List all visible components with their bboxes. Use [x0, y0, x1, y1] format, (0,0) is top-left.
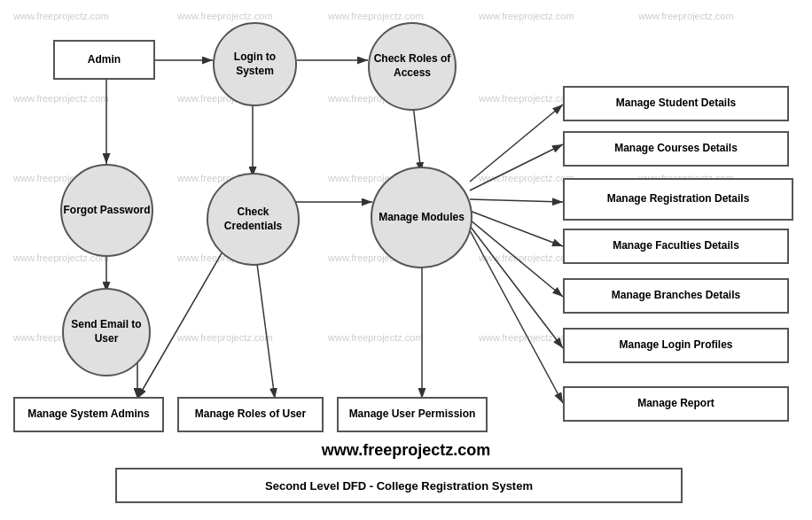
forgot-password-node: Forgot Password — [60, 164, 153, 257]
watermark-9: www.freeprojectz.com — [479, 93, 574, 104]
watermark-14: www.freeprojectz.com — [479, 173, 574, 183]
watermark-6: www.freeprojectz.com — [13, 93, 109, 104]
manage-login-label: Manage Login Profiles — [619, 338, 732, 353]
watermark-3: www.freeprojectz.com — [328, 11, 424, 21]
admin-node: Admin — [53, 40, 155, 80]
watermark-23: www.freeprojectz.com — [328, 332, 424, 343]
manage-branches-node: Manage Branches Details — [563, 278, 789, 314]
manage-student-node: Manage Student Details — [563, 86, 789, 121]
manage-faculties-label: Manage Faculties Details — [613, 239, 739, 253]
manage-login-node: Manage Login Profiles — [563, 328, 789, 363]
login-to-system-label: Login to System — [215, 50, 295, 78]
svg-line-15 — [470, 211, 563, 246]
website-label: www.freeprojectz.com — [229, 441, 583, 460]
manage-roles-node: Manage Roles of User — [177, 397, 324, 432]
watermark-1: www.freeprojectz.com — [13, 11, 109, 21]
manage-permission-label: Manage User Permission — [349, 407, 476, 422]
svg-line-13 — [470, 144, 563, 190]
watermark-19: www.freeprojectz.com — [479, 252, 574, 263]
check-credentials-node: Check Credentials — [207, 173, 300, 266]
title-text: Second Level DFD - College Registration … — [265, 479, 533, 493]
manage-system-admins-label: Manage System Admins — [27, 407, 150, 422]
send-email-node: Send Email to User — [62, 288, 151, 376]
svg-line-14 — [470, 199, 563, 202]
watermark-5: www.freeprojectz.com — [638, 11, 734, 21]
manage-registration-label: Manage Registration Details — [607, 192, 750, 206]
watermark-24: www.freeprojectz.com — [479, 332, 574, 343]
manage-student-label: Manage Student Details — [616, 97, 736, 111]
manage-permission-node: Manage User Permission — [337, 397, 488, 432]
manage-roles-label: Manage Roles of User — [195, 407, 306, 422]
manage-system-admins-node: Manage System Admins — [13, 397, 164, 432]
svg-line-12 — [470, 105, 563, 182]
title-box: Second Level DFD - College Registration … — [115, 468, 683, 503]
svg-line-18 — [470, 230, 563, 403]
watermark-2: www.freeprojectz.com — [177, 11, 273, 21]
manage-report-node: Manage Report — [563, 386, 789, 422]
login-to-system-node: Login to System — [213, 22, 297, 106]
forgot-password-label: Forgot Password — [63, 204, 150, 218]
svg-line-9 — [137, 230, 235, 399]
manage-report-label: Manage Report — [637, 397, 714, 411]
website-text: www.freeprojectz.com — [322, 441, 490, 459]
admin-label: Admin — [88, 53, 121, 67]
manage-branches-label: Manage Branches Details — [612, 289, 740, 303]
check-roles-label: Check Roles of Access — [370, 52, 455, 80]
manage-modules-node: Manage Modules — [371, 167, 472, 268]
watermark-4: www.freeprojectz.com — [479, 11, 574, 21]
manage-modules-label: Manage Modules — [379, 211, 465, 225]
manage-faculties-node: Manage Faculties Details — [563, 229, 789, 264]
manage-courses-label: Manage Courses Details — [614, 142, 738, 156]
svg-line-17 — [470, 226, 563, 348]
check-credentials-label: Check Credentials — [208, 206, 298, 233]
svg-line-16 — [470, 220, 563, 297]
send-email-label: Send Email to User — [64, 318, 149, 345]
manage-courses-node: Manage Courses Details — [563, 131, 789, 167]
watermark-22: www.freeprojectz.com — [177, 332, 273, 343]
manage-registration-node: Manage Registration Details — [563, 178, 793, 221]
check-roles-node: Check Roles of Access — [368, 22, 457, 111]
